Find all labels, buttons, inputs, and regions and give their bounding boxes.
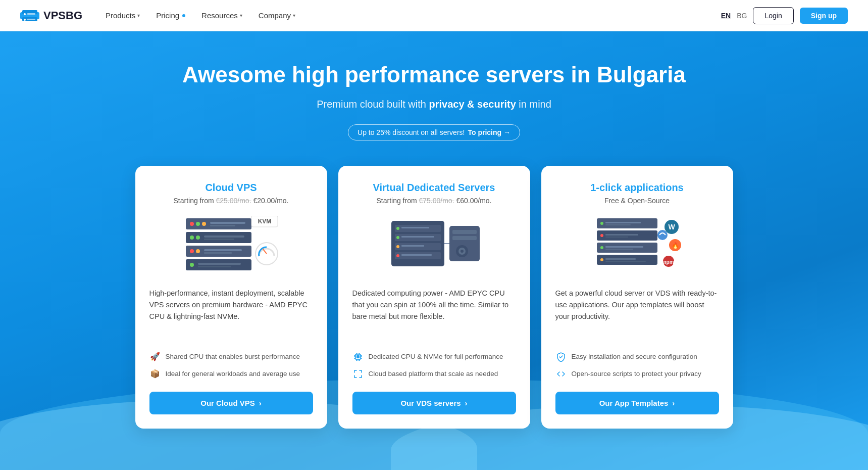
svg-rect-42 [401, 245, 424, 247]
card-vds-description: Dedicated computing power - AMD EPYC CPU… [352, 288, 516, 339]
card-vds: Virtual Dedicated Servers Starting from … [338, 166, 530, 429]
svg-rect-6 [27, 19, 35, 20]
card-apps-price: Free & Open-Source [604, 197, 670, 205]
svg-point-14 [190, 236, 194, 240]
cloud-vps-button[interactable]: Our Cloud VPS › [149, 392, 313, 414]
hero-subtitle: Premium cloud built with privacy & secur… [10, 99, 858, 110]
feature-item: 🚀 Shared CPU that enables burst performa… [149, 351, 313, 362]
card-apps-image: W 🔥 npm [555, 215, 719, 275]
lang-en-button[interactable]: EN [721, 12, 731, 20]
apps-server-illustration: W 🔥 npm [587, 216, 688, 274]
nav-pricing[interactable]: Pricing [149, 7, 192, 24]
svg-rect-72 [605, 237, 628, 238]
svg-rect-80 [605, 261, 646, 262]
svg-point-3 [24, 13, 26, 15]
card-vps-description: High-performance, instant deployment, sc… [149, 288, 313, 339]
cards-container: Cloud VPS Starting from €25.00/mo. €20.0… [10, 166, 858, 429]
svg-point-10 [202, 222, 206, 226]
svg-text:npm: npm [663, 259, 674, 265]
svg-rect-76 [605, 249, 633, 250]
svg-point-37 [396, 236, 399, 239]
logo[interactable]: VPSBG [20, 8, 82, 23]
vds-button[interactable]: Our VDS servers › [352, 392, 516, 414]
nav-links: Products ▾ Pricing Resources ▾ Company ▾ [98, 7, 721, 24]
pricing-dot-icon [182, 14, 185, 17]
expand-icon [352, 368, 364, 380]
card-vds-features: Dedicated CPU & NVMe for full performanc… [352, 351, 516, 380]
chevron-down-icon: ▾ [240, 13, 242, 18]
logo-text: VPSBG [43, 9, 82, 22]
cube-icon: 📦 [149, 368, 161, 380]
svg-rect-75 [605, 246, 643, 248]
shield-icon [555, 351, 567, 362]
card-vds-image [352, 215, 516, 275]
card-apps-description: Get a powerful cloud server or VDS with … [555, 288, 719, 339]
card-apps-features: Easy installation and secure configurati… [555, 351, 719, 380]
svg-rect-12 [210, 225, 235, 226]
svg-rect-22 [204, 252, 232, 254]
feature-item: Dedicated CPU & NVMe for full performanc… [352, 351, 516, 362]
svg-point-38 [396, 245, 399, 248]
chevron-down-icon: ▾ [137, 13, 140, 18]
app-templates-button[interactable]: Our App Templates › [555, 392, 719, 414]
svg-point-8 [190, 222, 194, 226]
card-vps-features: 🚀 Shared CPU that enables burst performa… [149, 351, 313, 380]
svg-rect-26 [198, 266, 231, 267]
svg-rect-25 [198, 263, 241, 265]
card-vps-price: Starting from €25.00/mo. €20.00/mo. [173, 197, 288, 205]
feature-item: 📦 Ideal for general workloads and averag… [149, 368, 313, 380]
nav-resources[interactable]: Resources ▾ [194, 7, 249, 24]
svg-rect-5 [27, 13, 35, 15]
nav-products[interactable]: Products ▾ [98, 7, 147, 24]
svg-rect-71 [605, 234, 638, 236]
nav-company[interactable]: Company ▾ [251, 7, 302, 24]
svg-point-20 [196, 249, 200, 253]
svg-rect-67 [605, 222, 641, 223]
card-vds-title: Virtual Dedicated Servers [373, 182, 495, 194]
svg-text:🔥: 🔥 [671, 242, 679, 249]
feature-item: Easy installation and secure configurati… [555, 351, 719, 362]
rocket-icon: 🚀 [149, 351, 161, 362]
svg-point-74 [600, 246, 603, 249]
card-vps-image: KVM [149, 215, 313, 275]
svg-point-15 [196, 236, 200, 240]
vds-server-illustration [384, 216, 485, 274]
login-button[interactable]: Login [753, 7, 793, 24]
svg-rect-52 [356, 355, 360, 358]
svg-text:KVM: KVM [258, 218, 271, 225]
svg-point-49 [461, 250, 464, 253]
logo-icon [20, 8, 39, 23]
svg-point-66 [600, 222, 603, 225]
card-cloud-vps: Cloud VPS Starting from €25.00/mo. €20.0… [135, 166, 327, 429]
nav-right: EN BG Login Sign up [721, 7, 848, 24]
svg-point-19 [190, 249, 194, 253]
discount-badge[interactable]: Up to 25% discount on all servers! To pr… [348, 124, 520, 140]
signup-button[interactable]: Sign up [800, 8, 848, 24]
svg-text:W: W [668, 223, 675, 231]
feature-item: Open-source scripts to protect your priv… [555, 368, 719, 380]
svg-rect-21 [204, 249, 242, 251]
svg-rect-17 [204, 239, 234, 240]
svg-point-70 [600, 234, 603, 237]
svg-rect-11 [210, 222, 245, 224]
svg-rect-41 [401, 236, 434, 238]
svg-point-39 [396, 254, 399, 257]
svg-rect-16 [204, 236, 244, 238]
card-apps-title: 1-click applications [590, 182, 684, 194]
svg-rect-43 [401, 254, 432, 256]
svg-rect-40 [401, 227, 429, 228]
code-icon [555, 368, 567, 380]
svg-rect-45 [452, 230, 477, 234]
card-apps: 1-click applications Free & Open-Source [541, 166, 733, 429]
svg-point-24 [190, 263, 194, 267]
hero-section: Awesome high performance servers in Bulg… [0, 31, 868, 470]
svg-rect-68 [605, 224, 631, 225]
card-vds-price: Starting from €75.00/mo. €60.00/mo. [376, 197, 491, 205]
svg-rect-46 [452, 236, 477, 240]
lang-bg-button[interactable]: BG [737, 12, 747, 20]
navbar: VPSBG Products ▾ Pricing Resources ▾ Com… [0, 0, 868, 31]
feature-item: Cloud based platform that scale as neede… [352, 368, 516, 380]
svg-rect-79 [605, 258, 636, 260]
cpu-icon [352, 351, 364, 362]
svg-point-9 [196, 222, 200, 226]
